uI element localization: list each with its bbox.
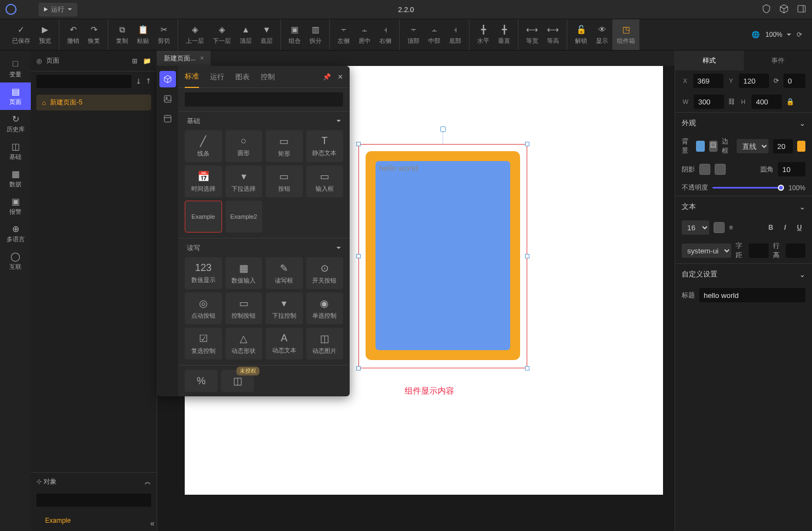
comp-item-Example[interactable]: Example: [185, 201, 222, 233]
comp-item-数值输入[interactable]: ▦数值输入: [225, 257, 263, 289]
tab-style[interactable]: 样式: [675, 51, 744, 70]
shield-icon[interactable]: [761, 4, 771, 15]
comp-item-时间选择[interactable]: 📅时间选择: [185, 165, 222, 197]
close-icon[interactable]: ×: [200, 54, 204, 62]
close-panel-icon[interactable]: ✕: [338, 73, 343, 81]
tool-解锁[interactable]: 🔓解锁: [571, 19, 592, 50]
custom-title-input[interactable]: [699, 288, 805, 302]
tool-剪切[interactable]: ✂剪切: [153, 19, 174, 50]
comp-item-动态图片[interactable]: ◫动态图片: [306, 328, 344, 359]
chevron-down-icon[interactable]: [336, 120, 341, 122]
tool-顶层[interactable]: ▲顶层: [235, 19, 256, 50]
pages-search-input[interactable]: [36, 75, 131, 88]
line-height-input[interactable]: [786, 244, 805, 258]
page-tree-item[interactable]: ⌂ 新建页面-5: [36, 95, 151, 110]
comp-item-Example2[interactable]: Example2: [225, 201, 263, 233]
font-size-select[interactable]: 16: [682, 220, 709, 235]
comp-item-按钮[interactable]: ▭按钮: [266, 165, 303, 197]
add-page-icon[interactable]: ⊞: [132, 57, 137, 65]
tool-已保存[interactable]: ✓已保存: [8, 19, 35, 50]
rotation-input[interactable]: [783, 74, 805, 88]
text-color-swatch[interactable]: [714, 222, 725, 233]
radius-input[interactable]: [778, 162, 805, 176]
rail-互联[interactable]: ◯互联: [0, 247, 31, 275]
comp-item-下拉控制[interactable]: ▾下拉控制: [266, 292, 303, 324]
height-input[interactable]: [752, 95, 782, 109]
tool-中部[interactable]: ⫠中部: [424, 19, 445, 50]
comp-item-输入框[interactable]: ▭输入框: [306, 165, 344, 197]
chevron-icon[interactable]: ⌄: [799, 270, 805, 279]
comp-tab-control[interactable]: 控制: [261, 67, 275, 87]
tool-上一层[interactable]: ◈上一层: [181, 19, 208, 50]
border-color-swatch[interactable]: [797, 141, 805, 152]
tool-组合[interactable]: ▣组合: [284, 19, 305, 50]
comp-rail-image[interactable]: [159, 91, 176, 107]
tool-粘贴[interactable]: 📋粘贴: [132, 19, 153, 50]
tool-顶部[interactable]: ⫟顶部: [403, 19, 424, 50]
comp-tab-runtime[interactable]: 运行: [210, 67, 224, 87]
comp-item-静态文本[interactable]: T静态文本: [306, 130, 344, 162]
rail-页面[interactable]: ▤页面: [0, 82, 31, 110]
resize-handle-e[interactable]: [525, 254, 529, 258]
chevron-icon[interactable]: ⌄: [799, 203, 805, 211]
import-icon[interactable]: ⤒: [146, 78, 151, 85]
resize-handle-sw[interactable]: [356, 366, 361, 370]
tool-预览[interactable]: ▶预览: [35, 19, 56, 50]
rail-历史库[interactable]: ↻历史库: [0, 110, 31, 137]
tool-居中[interactable]: ⫠居中: [354, 19, 375, 50]
lock-icon[interactable]: 🔒: [786, 98, 794, 106]
comp-item-动态文本[interactable]: A动态文本: [266, 328, 303, 359]
rail-数据[interactable]: ▦数据: [0, 165, 31, 192]
run-button[interactable]: 运行: [38, 3, 78, 16]
y-input[interactable]: [739, 74, 769, 88]
comp-tab-standard[interactable]: 标准: [185, 66, 199, 88]
bold-button[interactable]: B: [765, 222, 777, 234]
collapse-icon[interactable]: ︽: [145, 477, 151, 486]
comp-item-下拉选择[interactable]: ▾下拉选择: [225, 165, 263, 197]
export-icon[interactable]: ⤓: [136, 78, 141, 85]
tool-右侧[interactable]: ⫞右侧: [375, 19, 396, 50]
tool-等高[interactable]: ⟷等高: [543, 19, 564, 50]
shadow-inner-swatch[interactable]: [715, 164, 726, 175]
example-component[interactable]: hello world: [366, 151, 520, 360]
x-input[interactable]: [693, 74, 723, 88]
comp-item-圆形[interactable]: ○圆形: [225, 130, 263, 162]
comp-rail-layout[interactable]: [159, 110, 176, 127]
resize-handle-nw[interactable]: [356, 142, 361, 146]
width-input[interactable]: [694, 95, 724, 109]
rotate-icon[interactable]: ⟳: [797, 31, 802, 38]
chevron-icon[interactable]: ⌄: [799, 119, 805, 128]
object-item[interactable]: Example: [42, 513, 146, 528]
tool-垂直[interactable]: ╋垂直: [494, 19, 515, 50]
tool-水平[interactable]: ╋水平: [473, 19, 494, 50]
resize-handle-w[interactable]: [356, 254, 361, 258]
cube-icon[interactable]: [779, 4, 789, 15]
comp-item-线条[interactable]: ╱线条: [185, 130, 222, 162]
rotate-handle[interactable]: [440, 126, 446, 132]
tool-组件箱[interactable]: ◳组件箱: [612, 19, 639, 50]
tool-底部[interactable]: ⫞底部: [445, 19, 466, 50]
letter-spacing-input[interactable]: [749, 244, 769, 258]
tool-等宽[interactable]: ⟷等宽: [522, 19, 543, 50]
tool-显示[interactable]: 👁显示: [592, 19, 612, 50]
comp-item-percent[interactable]: %: [185, 370, 218, 392]
tool-复制[interactable]: ⧉复制: [112, 19, 132, 50]
comp-item-开关按钮[interactable]: ⊙开关按钮: [306, 257, 344, 289]
objects-search-input[interactable]: [36, 494, 151, 507]
rail-报警[interactable]: ▣报警: [0, 192, 31, 220]
comp-item-点动按钮[interactable]: ◎点动按钮: [185, 292, 222, 324]
page-tab[interactable]: 新建页面... ×: [157, 51, 211, 66]
border-width-input[interactable]: [773, 139, 793, 153]
comp-item-读写框[interactable]: ✎读写框: [266, 257, 303, 289]
rail-多语言[interactable]: ⊕多语言: [0, 220, 31, 247]
comp-item-复选控制[interactable]: ☑复选控制: [185, 328, 222, 359]
tool-拆分[interactable]: ▥拆分: [305, 19, 326, 50]
comp-item-单选控制[interactable]: ◉单选控制: [306, 292, 344, 324]
globe-icon[interactable]: 🌐: [752, 31, 760, 38]
bg-image-swatch[interactable]: 🖼: [709, 141, 718, 152]
comp-item-矩形[interactable]: ▭矩形: [266, 130, 303, 162]
tool-撤销[interactable]: ↶撤销: [63, 19, 84, 50]
component-search-input[interactable]: [185, 92, 343, 107]
collapse-panel-button[interactable]: «: [150, 519, 154, 528]
comp-tab-chart[interactable]: 图表: [235, 67, 250, 87]
